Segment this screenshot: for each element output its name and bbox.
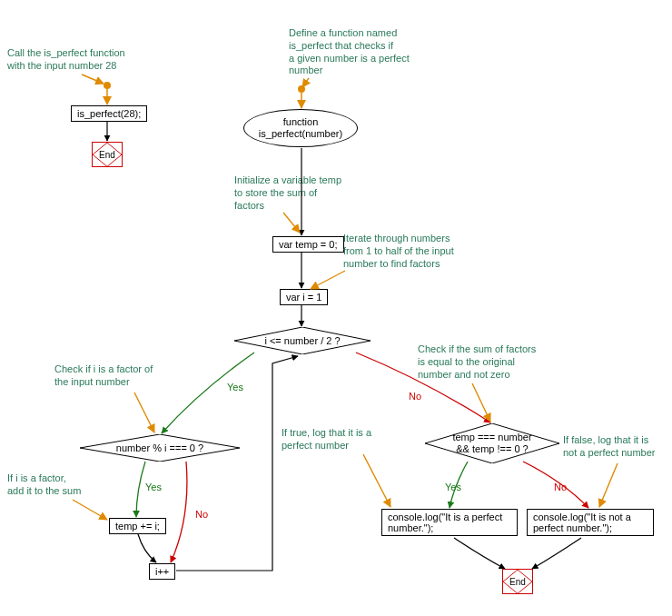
svg-line-18 [472, 383, 490, 422]
process-log-false: console.log("It is not a perfect number.… [527, 509, 654, 536]
process-i-init: var i = 1 [280, 289, 328, 305]
end-left: End [92, 142, 123, 167]
process-temp-add: temp += i; [109, 518, 166, 534]
svg-point-5 [104, 82, 111, 89]
label-loop-yes: Yes [227, 382, 243, 392]
svg-line-19 [73, 500, 107, 520]
label-sum-no: No [554, 482, 567, 492]
comment-if-false: If false, log that it is not a perfect n… [563, 434, 667, 460]
svg-line-20 [363, 454, 390, 507]
end-right: End [502, 569, 533, 594]
comment-define-fn: Define a function named is_perfect that … [289, 27, 430, 77]
label-loop-no: No [409, 391, 421, 402]
end-left-label: End [99, 150, 115, 160]
decision-sum-cond-label: temp === number && temp !== 0 ? [425, 423, 559, 463]
svg-point-9 [298, 85, 305, 93]
comment-check-sum: Check if the sum of factors is equal to … [418, 343, 558, 381]
decision-mod-cond: number % i === 0 ? [80, 434, 240, 462]
process-i-inc: i++ [149, 563, 175, 580]
decision-loop-cond: i <= number / 2 ? [234, 327, 371, 354]
label-sum-yes: Yes [445, 482, 461, 492]
end-right-label: End [509, 577, 526, 587]
decision-mod-cond-label: number % i === 0 ? [80, 434, 240, 462]
svg-line-15 [311, 271, 345, 289]
decision-loop-cond-label: i <= number / 2 ? [234, 327, 371, 354]
svg-line-13 [283, 213, 300, 233]
label-mod-no: No [195, 509, 208, 520]
process-temp-init: var temp = 0; [272, 236, 344, 253]
comment-iterate: Iterate through numbers from 1 to half o… [343, 233, 479, 270]
comment-init-temp: Initialize a variable temp to store the … [234, 174, 371, 212]
svg-line-17 [134, 392, 154, 432]
label-mod-yes: Yes [145, 482, 162, 492]
decision-sum-cond: temp === number && temp !== 0 ? [425, 423, 559, 463]
comment-check-factor: Check if i is a factor of the input numb… [54, 363, 182, 389]
terminator-func-decl: function is_perfect(number) [243, 109, 358, 147]
comment-call-fn: Call the is_perfect function with the in… [7, 47, 143, 73]
svg-line-21 [599, 463, 618, 507]
process-log-true: console.log("It is a perfect number."); [381, 509, 518, 536]
flowchart-canvas: Call the is_perfect function with the in… [0, 0, 672, 616]
comment-add-to-sum: If i is a factor, add it to the sum [7, 472, 98, 498]
comment-if-true: If true, log that it is a perfect number [282, 427, 400, 452]
svg-line-11 [302, 78, 309, 87]
process-call-stmt: is_perfect(28); [71, 105, 147, 122]
svg-line-8 [82, 75, 104, 84]
